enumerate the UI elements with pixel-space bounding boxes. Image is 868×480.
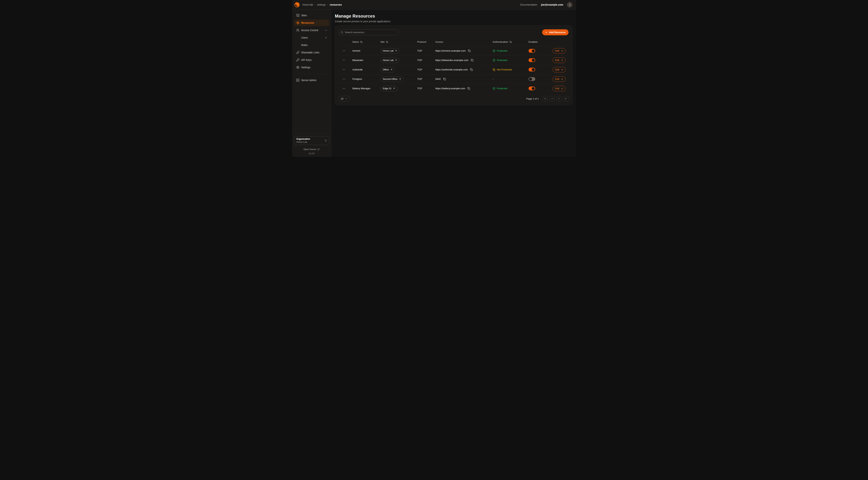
resources-table: Name Site Protocol Access <box>339 38 568 93</box>
enabled-toggle[interactable] <box>529 77 535 81</box>
page-subtitle: Create secure proxies to your private ap… <box>335 20 572 23</box>
table-row: AuthentikOfficeTCPhttps://authentik.exam… <box>339 65 568 74</box>
site-link-button[interactable]: Office <box>380 67 395 72</box>
sidebar-item-server-admin[interactable]: Server Admin <box>294 77 329 84</box>
table-row: BitwardenHome LabTCPhttps://bitwarden.ex… <box>339 55 568 65</box>
last-page-button[interactable] <box>563 96 568 101</box>
resource-name: Battery Manager <box>349 87 377 90</box>
row-actions-button[interactable] <box>342 58 346 62</box>
pangolin-logo-icon[interactable] <box>294 2 300 8</box>
resource-name: Bitwarden <box>349 59 377 62</box>
shield-check-icon <box>493 87 495 90</box>
page-size-select[interactable]: 20 <box>339 96 349 101</box>
enabled-toggle[interactable] <box>529 87 535 90</box>
chevron-down-icon <box>345 97 347 100</box>
previous-page-button[interactable] <box>549 96 555 101</box>
arrow-right-icon <box>561 59 563 62</box>
sort-icon <box>509 41 512 43</box>
sidebar-item-users[interactable]: Users <box>294 34 329 41</box>
column-header-site[interactable]: Site <box>377 40 414 43</box>
breadcrumb-settings[interactable]: settings <box>317 3 326 6</box>
copy-icon[interactable] <box>468 49 471 53</box>
sidebar-item-access-control[interactable]: Access Control <box>294 27 329 33</box>
edit-button[interactable]: Edit <box>553 48 565 54</box>
sites-icon <box>296 14 300 17</box>
search-icon <box>341 31 343 34</box>
site-link-button[interactable]: Home Lab <box>380 58 400 63</box>
auth-protected-badge: Protected <box>493 87 507 90</box>
edit-button[interactable]: Edit <box>553 67 565 72</box>
chevron-left-icon <box>551 97 553 100</box>
row-actions-button[interactable] <box>342 67 346 72</box>
column-header-name[interactable]: Name <box>349 40 377 43</box>
gear-icon <box>296 66 300 69</box>
open-source-link[interactable]: Open Source <box>294 148 329 151</box>
sidebar-item-label: API Keys <box>301 58 312 61</box>
sidebar-item-roles[interactable]: Roles <box>294 42 329 48</box>
arrow-up-right-icon <box>390 68 393 71</box>
sidebar-item-settings[interactable]: Settings <box>294 64 329 70</box>
pagination-bar: 20 Page 1 of 1 <box>339 96 568 101</box>
page-indicator: Page 1 of 1 <box>526 97 539 100</box>
documentation-link[interactable]: Documentation <box>520 3 537 6</box>
sidebar-item-shareable-links[interactable]: Shareable Links <box>294 49 329 56</box>
first-page-button[interactable] <box>542 96 548 101</box>
edit-button[interactable]: Edit <box>553 86 565 91</box>
auth-none: - <box>493 78 493 80</box>
organization-selector[interactable]: Organization Home Lab <box>294 136 329 145</box>
column-header-authentication[interactable]: Authentication <box>490 40 526 43</box>
table-row: Battery ManagerEdge 01TCPhttps://battery… <box>339 84 568 93</box>
edit-button[interactable]: Edit <box>553 58 565 63</box>
avatar[interactable]: J <box>567 2 572 7</box>
breadcrumb-chevron-icon: › <box>315 3 315 6</box>
arrow-up-right-icon <box>393 87 395 90</box>
resources-card: Add Resource Name Site <box>335 26 572 105</box>
resource-name: Immich <box>349 50 377 52</box>
row-actions-button[interactable] <box>342 49 346 53</box>
row-actions-button[interactable] <box>342 77 346 81</box>
user-email[interactable]: joe@example.com <box>541 3 563 6</box>
sidebar-item-sites[interactable]: Sites <box>294 12 329 19</box>
sidebar-item-label: Sites <box>301 14 307 17</box>
copy-icon[interactable] <box>443 77 446 81</box>
table-body: ImmichHome LabTCPhttps://immich.example.… <box>339 46 568 93</box>
copy-icon[interactable] <box>470 58 474 62</box>
table-header-row: Name Site Protocol Access <box>339 38 568 46</box>
enabled-toggle[interactable] <box>529 68 535 71</box>
resource-protocol: TCP <box>414 68 432 71</box>
column-header-enabled: Enabled <box>526 40 552 43</box>
resource-protocol: TCP <box>414 87 432 90</box>
resource-access-value: 5432 <box>435 78 441 80</box>
shield-check-icon <box>493 50 495 52</box>
site-link-button[interactable]: Home Lab <box>380 48 400 54</box>
breadcrumb-chevron-icon: › <box>327 3 328 6</box>
breadcrumb: home-lab › settings › resources <box>303 3 342 6</box>
arrow-right-icon <box>561 87 563 90</box>
edit-button[interactable]: Edit <box>553 77 565 82</box>
copy-icon[interactable] <box>470 68 473 71</box>
resource-name: Authentik <box>349 68 377 71</box>
enabled-toggle[interactable] <box>529 58 535 62</box>
row-actions-button[interactable] <box>342 86 346 91</box>
next-page-button[interactable] <box>556 96 562 101</box>
sidebar-item-label: Resources <box>301 21 314 24</box>
enabled-toggle[interactable] <box>529 49 535 53</box>
sort-icon <box>386 41 388 43</box>
sidebar-item-resources[interactable]: Resources <box>294 20 329 26</box>
main-content: Manage Resources Create secure proxies t… <box>331 9 576 157</box>
resource-access-value: https://authentik.example.com <box>435 68 468 71</box>
sidebar-item-api-keys[interactable]: API Keys <box>294 57 329 63</box>
resource-access-value: https://battery.example.com <box>435 87 465 90</box>
arrow-up-right-icon <box>395 50 397 52</box>
sidebar-item-label: Server Admin <box>301 79 316 82</box>
resources-icon <box>296 21 300 24</box>
arrow-right-icon <box>561 78 563 80</box>
search-input[interactable] <box>339 29 398 35</box>
breadcrumb-org[interactable]: home-lab <box>303 3 313 6</box>
version-label: v1.3.0 <box>294 152 329 155</box>
copy-icon[interactable] <box>467 87 470 90</box>
add-resource-button[interactable]: Add Resource <box>542 29 568 35</box>
sidebar-item-label: Settings <box>301 66 310 69</box>
site-link-button[interactable]: Edge 01 <box>380 86 397 91</box>
site-link-button[interactable]: Second Office <box>380 77 403 82</box>
